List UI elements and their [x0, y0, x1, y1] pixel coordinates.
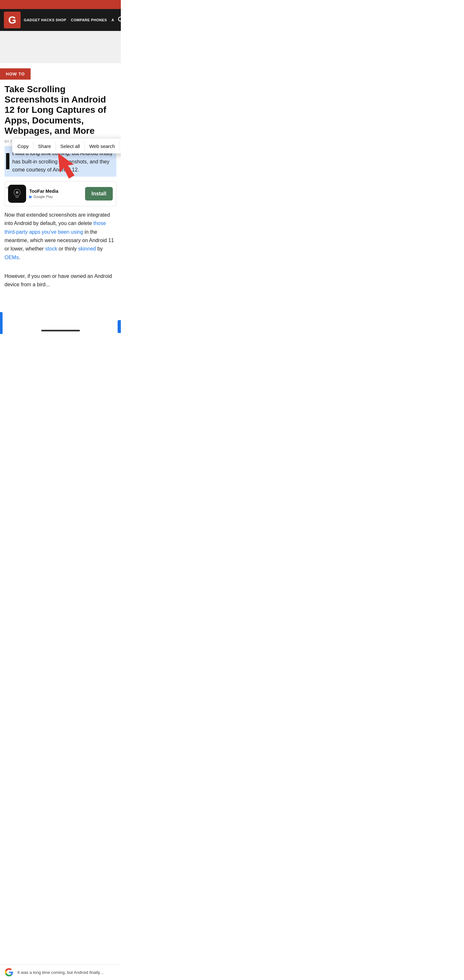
bottom-home-bar: It was a long time coming, but Android f… [0, 328, 121, 334]
article-title: Take Scrolling Screenshots in Android 12… [0, 80, 121, 139]
drop-cap-letter: I [5, 153, 11, 170]
body-paragraph-1: Now that extended screenshots are integr… [5, 211, 116, 262]
divider-4 [119, 142, 120, 151]
nav-link-more[interactable]: A [111, 18, 114, 22]
body-text-6: However, if you own or have owned an And… [5, 274, 112, 287]
context-web-search-button[interactable]: Web search [86, 138, 118, 153]
nav-icons [117, 16, 121, 25]
svg-marker-5 [51, 149, 79, 181]
ad-store-row: ▶ Google Play [29, 194, 82, 199]
status-bar [0, 0, 121, 9]
body-link-3[interactable]: skinned [78, 246, 96, 251]
author-by: BY T [5, 140, 12, 143]
ad-banner: TooFar Media ▶ Google Play Install [5, 181, 116, 206]
category-wrapper: HOW TO [0, 63, 121, 80]
search-icon[interactable] [117, 16, 121, 24]
body-link-4[interactable]: OEMs [5, 255, 19, 260]
context-copy-button[interactable]: Copy [14, 138, 32, 153]
nav-link-phones[interactable]: COMPARE PHONES [71, 18, 107, 22]
paragraph-gap [0, 262, 121, 267]
text-selection-left-handle [0, 312, 3, 334]
home-indicator [41, 330, 80, 331]
svg-point-0 [119, 17, 121, 21]
nav-bar: G GADGET HACKS SHOP COMPARE PHONES A [0, 9, 121, 31]
ad-close-icon[interactable]: ✕ [6, 186, 9, 190]
ad-wrapper: TooFar Media ▶ Google Play Install ✕ [0, 181, 121, 206]
install-button[interactable]: Install [85, 187, 113, 200]
body-text-5: . [19, 255, 20, 260]
nav-links: GADGET HACKS SHOP COMPARE PHONES A [24, 18, 114, 22]
play-store-icon: ▶ [29, 194, 32, 199]
divider-1 [33, 142, 33, 151]
body-text-4: by [96, 246, 103, 251]
bottom-spacer [0, 289, 121, 328]
svg-point-8 [16, 191, 18, 194]
nav-link-shop[interactable]: GADGET HACKS SHOP [24, 18, 67, 22]
ad-store-name: Google Play [33, 195, 53, 199]
site-logo[interactable]: G [4, 12, 21, 29]
category-tag: HOW TO [0, 68, 30, 80]
ad-space-top [0, 31, 121, 63]
body-paragraph-2: However, if you own or have owned an And… [5, 272, 116, 289]
ad-info: TooFar Media ▶ Google Play [29, 189, 82, 199]
ad-app-icon [8, 185, 26, 203]
text-selection-right-handle [118, 320, 121, 333]
ad-app-title: TooFar Media [29, 189, 82, 194]
svg-rect-9 [15, 196, 19, 197]
divider-3 [84, 142, 85, 151]
body-text-3: or thinly [57, 246, 78, 251]
svg-rect-10 [16, 197, 18, 198]
body-link-2[interactable]: stock [45, 246, 57, 251]
